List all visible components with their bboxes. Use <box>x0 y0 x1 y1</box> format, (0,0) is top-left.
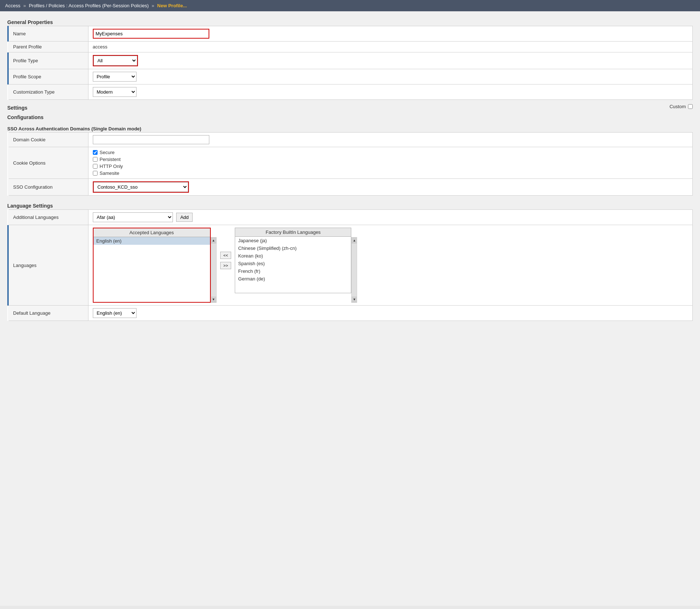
factory-lang-de[interactable]: German (de) <box>235 275 351 283</box>
nav-profiles: Profiles / Policies : Access Profiles (P… <box>29 3 149 8</box>
name-value-cell <box>88 26 693 42</box>
settings-header: Settings <box>7 103 27 111</box>
accepted-language-item-en[interactable]: English (en) <box>94 237 210 245</box>
factory-lang-ko[interactable]: Korean (ko) <box>235 252 351 260</box>
customization-type-row: Customization Type Modern Standard None <box>8 85 693 100</box>
languages-row: Languages Accepted Languages English (en… <box>8 225 693 306</box>
nav-sep2: » <box>152 3 154 8</box>
language-table: Additional Languages Afar (aa) Add Langu… <box>7 209 693 321</box>
http-only-option[interactable]: HTTP Only <box>93 164 688 169</box>
main-content: General Properties Name Parent Profile a… <box>0 11 700 606</box>
additional-languages-select[interactable]: Afar (aa) <box>93 212 173 222</box>
language-arrows: << >> <box>217 228 235 293</box>
secure-option[interactable]: Secure <box>93 150 688 155</box>
http-only-checkbox[interactable] <box>93 164 98 169</box>
parent-profile-label: Parent Profile <box>8 42 88 52</box>
persistent-checkbox[interactable] <box>93 157 98 162</box>
accepted-scrollbar[interactable]: ▲ ▼ <box>211 237 217 303</box>
factory-lang-fr[interactable]: French (fr) <box>235 267 351 275</box>
accepted-languages-wrapper: Accepted Languages English (en) ▲ ▼ <box>93 228 217 303</box>
factory-languages-wrapper: Factory BuiltIn Languages Japanese (ja) … <box>235 228 357 303</box>
samesite-checkbox[interactable] <box>93 171 98 176</box>
sso-header: SSO Across Authentication Domains (Singl… <box>7 124 693 132</box>
default-language-select[interactable]: English (en) <box>93 308 137 318</box>
nav-access: Access <box>5 3 20 8</box>
factory-languages-header: Factory BuiltIn Languages <box>235 228 351 237</box>
cookie-options-value-cell: Secure Persistent HTTP Only Samesite <box>88 147 693 179</box>
customization-type-value-cell: Modern Standard None <box>88 85 693 100</box>
additional-languages-label: Additional Languages <box>8 210 88 225</box>
nav-current: New Profile... <box>157 3 187 8</box>
factory-lang-es[interactable]: Spanish (es) <box>235 260 351 267</box>
factory-languages-box[interactable]: Factory BuiltIn Languages Japanese (ja) … <box>235 228 351 293</box>
cookie-options-group: Secure Persistent HTTP Only Samesite <box>93 150 688 176</box>
name-row: Name <box>8 26 693 42</box>
factory-lang-zh[interactable]: Chinese (Simplified) (zh-cn) <box>235 244 351 252</box>
languages-value-cell: Accepted Languages English (en) ▲ ▼ <box>88 225 693 306</box>
sso-config-select[interactable]: Contoso_KCD_sso <box>94 182 188 192</box>
accepted-languages-header: Accepted Languages <box>94 228 210 237</box>
profile-scope-select[interactable]: Profile Virtual Server Named <box>93 72 137 82</box>
general-properties-header: General Properties <box>7 17 693 26</box>
additional-languages-row: Additional Languages Afar (aa) Add <box>8 210 693 225</box>
move-right-button[interactable]: >> <box>220 262 232 269</box>
name-label: Name <box>8 26 88 42</box>
profile-type-row: Profile Type All LTM SSL-VPN Portal Acce… <box>8 52 693 69</box>
sso-table: Domain Cookie Cookie Options Secure Pers… <box>7 132 693 196</box>
profile-scope-row: Profile Scope Profile Virtual Server Nam… <box>8 69 693 85</box>
domain-cookie-input[interactable] <box>93 135 209 144</box>
accepted-scroll-up[interactable]: ▲ <box>211 237 216 243</box>
default-language-row: Default Language English (en) <box>8 306 693 321</box>
secure-checkbox[interactable] <box>93 150 98 155</box>
profile-type-red-border: All LTM SSL-VPN Portal Access <box>93 55 138 66</box>
factory-scroll-down[interactable]: ▼ <box>352 296 357 302</box>
languages-label: Languages <box>8 225 88 306</box>
parent-profile-row: Parent Profile access <box>8 42 693 52</box>
cookie-options-row: Cookie Options Secure Persistent HTTP On… <box>8 147 693 179</box>
custom-checkbox-row: Custom <box>669 104 693 111</box>
customization-type-label: Customization Type <box>8 85 88 100</box>
accepted-scroll-down[interactable]: ▼ <box>211 296 216 302</box>
default-language-label: Default Language <box>8 306 88 321</box>
factory-lang-ja[interactable]: Japanese (ja) <box>235 237 351 244</box>
breadcrumb: Access » Profiles / Policies : Access Pr… <box>0 0 700 11</box>
profile-type-label: Profile Type <box>8 52 88 69</box>
profile-scope-value-cell: Profile Virtual Server Named <box>88 69 693 85</box>
factory-scrollbar[interactable]: ▲ ▼ <box>351 237 357 303</box>
factory-scroll-up[interactable]: ▲ <box>352 237 357 243</box>
parent-profile-value: access <box>88 42 693 52</box>
name-input[interactable] <box>93 29 209 39</box>
sso-config-red-border: Contoso_KCD_sso <box>93 181 189 193</box>
sso-config-value-cell: Contoso_KCD_sso <box>88 179 693 196</box>
domain-cookie-label: Domain Cookie <box>8 133 88 147</box>
configurations-header: Configurations <box>7 112 693 121</box>
accepted-languages-outline: Accepted Languages English (en) <box>93 228 211 303</box>
customization-type-select[interactable]: Modern Standard None <box>93 87 137 97</box>
custom-checkbox[interactable] <box>688 104 693 109</box>
additional-languages-value-cell: Afar (aa) Add <box>88 210 693 225</box>
profile-type-value-cell: All LTM SSL-VPN Portal Access <box>88 52 693 69</box>
sso-config-row: SSO Configuration Contoso_KCD_sso <box>8 179 693 196</box>
add-button[interactable]: Add <box>176 213 193 222</box>
domain-cookie-row: Domain Cookie <box>8 133 693 147</box>
default-language-value-cell: English (en) <box>88 306 693 321</box>
samesite-option[interactable]: Samesite <box>93 170 688 176</box>
language-lists: Accepted Languages English (en) ▲ ▼ <box>93 228 688 303</box>
accepted-languages-box[interactable]: Accepted Languages English (en) <box>94 228 210 294</box>
sso-config-label: SSO Configuration <box>8 179 88 196</box>
domain-cookie-value-cell <box>88 133 693 147</box>
persistent-option[interactable]: Persistent <box>93 157 688 162</box>
cookie-options-label: Cookie Options <box>8 147 88 179</box>
profile-type-select[interactable]: All LTM SSL-VPN Portal Access <box>94 56 137 66</box>
nav-sep1: » <box>23 3 26 8</box>
profile-scope-label: Profile Scope <box>8 69 88 85</box>
general-properties-table: Name Parent Profile access Profile Type … <box>7 26 693 100</box>
language-settings-header: Language Settings <box>7 201 693 209</box>
move-left-button[interactable]: << <box>220 252 232 259</box>
